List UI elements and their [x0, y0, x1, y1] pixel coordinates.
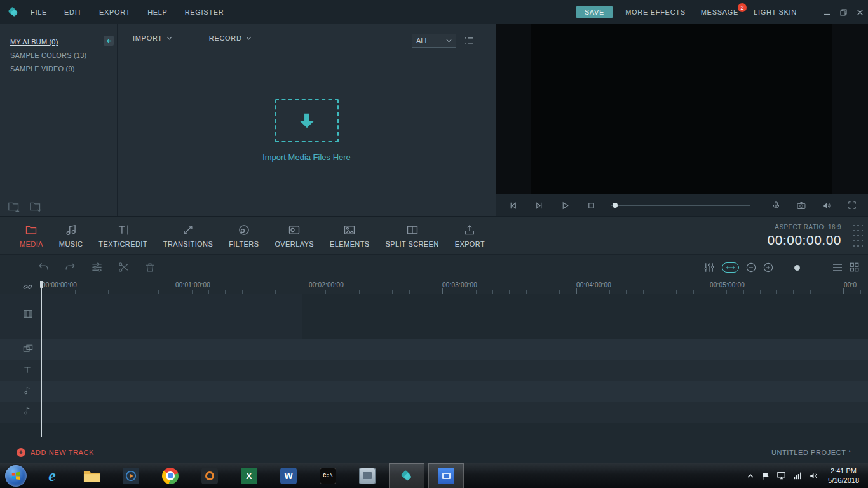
screen-recorder-icon[interactable]: [192, 463, 227, 488]
tab-elements-label: ELEMENTS: [330, 240, 370, 248]
tab-music[interactable]: MUSIC: [53, 224, 88, 248]
tab-filters[interactable]: FILTERS: [223, 224, 264, 248]
delete-album-button[interactable]: [29, 201, 42, 212]
zoom-slider-handle[interactable]: [794, 265, 800, 271]
internet-explorer-icon[interactable]: e: [34, 463, 70, 488]
voiceover-track-icon[interactable]: [23, 406, 32, 416]
hardware-eject-icon[interactable]: [776, 471, 786, 480]
timeline-zoom-slider[interactable]: [780, 262, 817, 273]
text-track-lane[interactable]: [0, 360, 868, 381]
panel-drag-handle[interactable]: [850, 221, 863, 250]
more-effects-link[interactable]: MORE EFFECTS: [625, 8, 686, 16]
music-track-lane[interactable]: [0, 381, 868, 402]
menu-help[interactable]: HELP: [147, 8, 168, 16]
import-label: IMPORT: [133, 34, 163, 42]
restore-button[interactable]: [835, 0, 851, 24]
text-track-icon[interactable]: [23, 365, 32, 374]
network-signal-icon[interactable]: [793, 471, 802, 480]
link-tracks-icon[interactable]: [23, 282, 32, 292]
tab-media[interactable]: MEDIA: [14, 224, 49, 248]
excel-icon[interactable]: X: [231, 463, 267, 488]
filmora-taskbar-icon[interactable]: [389, 463, 424, 488]
snapshot-camera-button[interactable]: [793, 197, 810, 214]
redo-button[interactable]: [64, 261, 76, 274]
media-player-icon[interactable]: [113, 463, 149, 488]
tab-text-credit[interactable]: TEXT/CREDIT: [93, 224, 153, 248]
ie-letter: e: [48, 468, 56, 484]
close-button[interactable]: [851, 0, 868, 24]
preview-video-area[interactable]: [531, 24, 832, 194]
dropzone-label: Import Media Files Here: [118, 152, 496, 162]
word-icon[interactable]: W: [271, 463, 306, 488]
import-dropzone[interactable]: [275, 99, 339, 142]
seek-slider[interactable]: [611, 197, 750, 214]
adjust-settings-button[interactable]: [90, 261, 103, 274]
play-button[interactable]: [557, 197, 573, 214]
seek-handle[interactable]: [613, 203, 618, 208]
track-list-view-icon[interactable]: [832, 263, 843, 272]
pip-track-lane[interactable]: [0, 339, 868, 360]
record-dropdown[interactable]: RECORD: [209, 34, 252, 42]
add-new-track-button[interactable]: + ADD NEW TRACK: [17, 448, 94, 457]
timeline-footer: + ADD NEW TRACK UNTITLED PROJECT *: [0, 442, 868, 463]
chrome-icon[interactable]: [153, 463, 188, 488]
ruler-major-ticks: [41, 288, 868, 294]
jump-to-end-button[interactable]: [531, 197, 547, 214]
action-center-flag-icon[interactable]: [761, 471, 770, 480]
undo-button[interactable]: [37, 261, 50, 274]
track-grid-view-icon[interactable]: [850, 262, 859, 272]
album-sample-video[interactable]: SAMPLE VIDEO (9): [0, 62, 117, 76]
tab-split-screen[interactable]: SPLIT SCREEN: [380, 224, 445, 248]
playhead-handle[interactable]: [40, 281, 43, 288]
save-button[interactable]: SAVE: [576, 6, 613, 18]
jump-to-start-button[interactable]: [505, 197, 521, 214]
pip-track-icon[interactable]: [23, 344, 33, 353]
volume-button[interactable]: [818, 197, 835, 214]
fullscreen-button[interactable]: [844, 197, 860, 214]
filmora-scrn-icon[interactable]: [428, 463, 464, 488]
video-track-lane[interactable]: [0, 294, 302, 339]
delete-trash-button[interactable]: [144, 261, 156, 274]
split-scissors-button[interactable]: [117, 261, 130, 274]
clock-date: 5/16/2018: [828, 476, 859, 485]
music-track-icon[interactable]: [23, 386, 32, 395]
album-my-album[interactable]: MY ALBUM (0): [0, 36, 117, 49]
import-dropdown[interactable]: IMPORT: [133, 34, 172, 42]
video-track-icon[interactable]: [23, 309, 33, 319]
stop-button[interactable]: [583, 197, 599, 214]
tab-elements[interactable]: ELEMENTS: [324, 224, 376, 248]
file-explorer-icon[interactable]: [74, 463, 109, 488]
voiceover-track-lane[interactable]: [0, 402, 868, 423]
album-sample-colors[interactable]: SAMPLE COLORS (13): [0, 49, 117, 62]
menu-edit[interactable]: EDIT: [64, 8, 82, 16]
light-skin-link[interactable]: LIGHT SKIN: [754, 8, 797, 16]
message-link[interactable]: MESSAGE 2: [701, 8, 738, 16]
zoom-out-button[interactable]: [746, 262, 756, 273]
audio-mixer-icon[interactable]: [703, 262, 715, 273]
voiceover-mic-button[interactable]: [768, 197, 784, 214]
minimize-button[interactable]: [818, 0, 835, 24]
command-prompt-icon[interactable]: C:\: [310, 463, 346, 488]
list-view-icon[interactable]: [465, 37, 474, 45]
add-new-track-label: ADD NEW TRACK: [31, 449, 94, 456]
tab-transitions[interactable]: TRANSITIONS: [158, 224, 219, 248]
zoom-in-button[interactable]: [763, 262, 773, 273]
taskbar-clock[interactable]: 2:41 PM 5/16/2018: [828, 466, 859, 485]
media-filter-select[interactable]: ALL: [412, 34, 456, 48]
tab-overlays[interactable]: OVERLAYS: [269, 224, 320, 248]
snipping-tool-icon[interactable]: [349, 463, 385, 488]
playhead[interactable]: [41, 281, 42, 437]
tab-export[interactable]: EXPORT: [449, 224, 491, 248]
menu-export[interactable]: EXPORT: [99, 8, 130, 16]
show-hidden-icons-button[interactable]: [747, 473, 754, 479]
zoom-to-fit-button[interactable]: [722, 262, 739, 273]
collapse-panel-button[interactable]: [104, 36, 114, 46]
start-button[interactable]: [5, 465, 27, 487]
timeline-ruler[interactable]: 00:00:00:00 00:01:00:00 00:02:00:00 00:0…: [0, 280, 868, 294]
timeline-tracks: [0, 294, 868, 442]
menu-file[interactable]: FILE: [31, 8, 47, 16]
menu-register[interactable]: REGISTER: [185, 8, 224, 16]
volume-tray-icon[interactable]: [809, 471, 818, 480]
add-album-button[interactable]: [8, 201, 20, 212]
tab-filters-label: FILTERS: [229, 240, 259, 248]
